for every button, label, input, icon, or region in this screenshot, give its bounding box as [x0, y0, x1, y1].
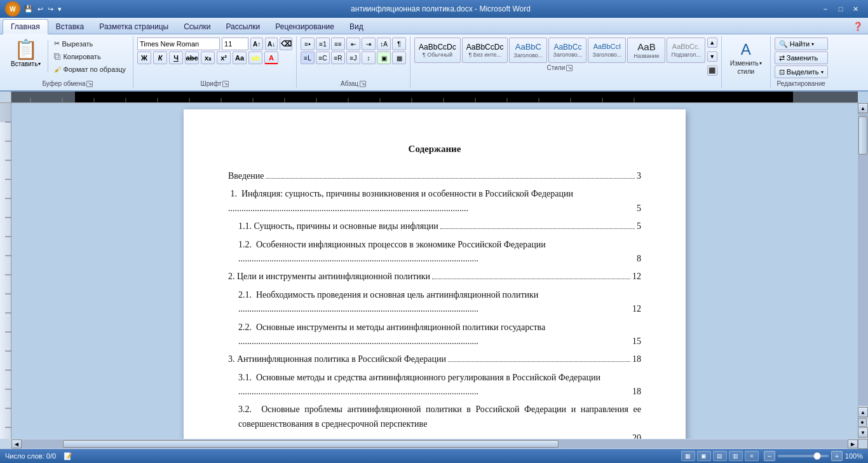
multi-list-button[interactable]: ≡≡ [331, 38, 345, 50]
bold-button[interactable]: Ж [137, 52, 151, 64]
replace-button[interactable]: ⇄ Заменить [775, 52, 828, 64]
window-controls[interactable]: − □ ✕ [818, 3, 863, 15]
word-logo[interactable]: W [5, 1, 20, 17]
toc-entry-1: 1. Инфляция: сущность, причины возникнов… [228, 187, 641, 216]
scroll-next-page[interactable]: ▼ [858, 427, 868, 438]
styles-scroll-more[interactable]: ⬛ [707, 66, 717, 76]
change-styles-button[interactable]: А Изменить ▾ стили [726, 38, 766, 78]
h-scroll-thumb[interactable] [63, 440, 559, 448]
redo-icon[interactable]: ↪ [46, 4, 55, 14]
change-styles-icon: А [741, 41, 751, 59]
zoom-level[interactable]: 100% [845, 452, 863, 460]
zoom-out-button[interactable]: − [764, 451, 775, 461]
align-justify-button[interactable]: ≡J [346, 52, 360, 64]
style-normal[interactable]: AaBbCcDc ¶ Обычный [414, 38, 461, 63]
scroll-up-button[interactable]: ▲ [858, 103, 868, 113]
borders-button[interactable]: ▦ [392, 52, 406, 64]
superscript-button[interactable]: x² [217, 52, 231, 64]
font-size-input[interactable] [222, 38, 248, 50]
font-name-input[interactable] [137, 38, 220, 50]
tab-mailings[interactable]: Рассылки [218, 20, 268, 34]
italic-button[interactable]: К [153, 52, 167, 64]
draft-view-button[interactable]: ≡ [745, 451, 759, 461]
select-button[interactable]: ⊡ Выделить ▾ [775, 66, 828, 78]
style-heading2-label: Заголово... [553, 52, 582, 58]
save-icon[interactable]: 💾 [23, 4, 34, 14]
spellcheck-icon[interactable]: 📝 [64, 452, 72, 460]
h-scroll-left[interactable]: ◀ [11, 439, 22, 448]
tab-view[interactable]: Вид [342, 20, 371, 34]
main-content: Содержание Введение 3 1. Инфляция: с [0, 92, 868, 449]
outline-view-button[interactable]: ▥ [729, 451, 743, 461]
underline-button[interactable]: Ч [169, 52, 183, 64]
highlight-button[interactable]: ab [248, 52, 262, 64]
align-right-button[interactable]: ≡R [331, 52, 345, 64]
numbering-button[interactable]: ≡1 [316, 38, 330, 50]
style-heading3[interactable]: AaBbCcI Заголово... [588, 38, 626, 63]
maximize-button[interactable]: □ [834, 3, 848, 15]
quick-access-toolbar[interactable]: 💾 ↩ ↪ ▾ [23, 4, 63, 14]
print-view-button[interactable]: ▦ [681, 451, 695, 461]
find-button[interactable]: 🔍 Найти ▾ [775, 38, 828, 50]
style-title[interactable]: АаВ Название [627, 38, 665, 63]
copy-button[interactable]: ⿻ Копировать [51, 51, 129, 62]
indent-decrease-button[interactable]: ⇤ [346, 38, 360, 50]
ribbon-help-icon[interactable]: ❓ [850, 19, 865, 34]
scrollbar-top-placeholder [858, 92, 868, 103]
tab-insert[interactable]: Вставка [48, 20, 92, 34]
paragraph-expand-icon[interactable]: ↘ [360, 81, 366, 87]
fullscreen-button[interactable]: ▣ [697, 451, 711, 461]
quick-access-arrow[interactable]: ▾ [57, 4, 63, 14]
ruler-top [0, 92, 868, 103]
decrease-font-btn[interactable]: A↓ [265, 38, 278, 50]
tab-review[interactable]: Рецензирование [268, 20, 342, 34]
subscript-button[interactable]: x₂ [201, 52, 215, 64]
paragraph-content: ≡• ≡1 ≡≡ ⇤ ⇥ ↕A ¶ ≡L ≡C ≡R ≡J ↕ ▣ ▦ [301, 38, 406, 79]
toc-3-dots [448, 361, 630, 362]
style-no-spacing[interactable]: AaBbCcDc ¶ Без инте... [462, 38, 508, 63]
zoom-in-button[interactable]: + [831, 451, 843, 461]
font-expand-icon[interactable]: ↘ [222, 81, 229, 87]
bullets-button[interactable]: ≡• [301, 38, 315, 50]
styles-scroll-up[interactable]: ▲ [707, 38, 717, 48]
style-subtitle[interactable]: AaBbCc. Подзагол... [667, 38, 705, 63]
undo-icon[interactable]: ↩ [36, 4, 44, 14]
h-scroll-track[interactable]: ◀ ▶ [11, 439, 858, 449]
line-spacing-button[interactable]: ↕ [362, 52, 376, 64]
show-marks-button[interactable]: ¶ [392, 38, 406, 50]
scroll-thumb[interactable] [858, 116, 867, 155]
font-case-button[interactable]: Аа [233, 52, 247, 64]
cut-button[interactable]: ✂ Вырезать [51, 38, 129, 50]
clipboard-expand-icon[interactable]: ↘ [86, 81, 93, 87]
zoom-slider[interactable] [778, 455, 829, 457]
indent-increase-button[interactable]: ⇥ [362, 38, 376, 50]
clear-format-btn[interactable]: ⌫ [280, 38, 292, 50]
document-page[interactable]: Содержание Введение 3 1. Инфляция: с [184, 109, 686, 439]
paste-button[interactable]: 📋 Вставить ▾ [6, 38, 45, 75]
format-paint-button[interactable]: 🖌 Формат по образцу [51, 64, 129, 75]
scroll-prev-page[interactable]: ▲ [858, 407, 868, 417]
h-scroll-right[interactable]: ▶ [848, 439, 858, 448]
scroll-track[interactable] [858, 113, 868, 406]
vertical-scrollbar[interactable]: ▲ ▲ ● ▼ [858, 103, 868, 439]
increase-font-btn[interactable]: A↑ [250, 38, 263, 50]
close-button[interactable]: ✕ [849, 3, 863, 15]
minimize-button[interactable]: − [818, 3, 832, 15]
word-count: Число слов: 0/0 [5, 452, 56, 460]
web-view-button[interactable]: ▤ [713, 451, 727, 461]
styles-scroll-down[interactable]: ▼ [707, 52, 717, 62]
styles-expand-icon[interactable]: ↘ [566, 65, 573, 71]
font-color-button[interactable]: А [264, 52, 278, 64]
strikethrough-button[interactable]: abc [185, 52, 199, 64]
toc-2-2-dots-line: ........................................… [238, 335, 641, 349]
align-center-button[interactable]: ≡C [316, 52, 330, 64]
align-left-button[interactable]: ≡L [301, 52, 315, 64]
shading-button[interactable]: ▣ [377, 52, 391, 64]
tab-references[interactable]: Ссылки [176, 20, 218, 34]
style-heading1[interactable]: AaBbC Заголово... [509, 38, 547, 63]
tab-layout[interactable]: Разметка страницы [92, 20, 176, 34]
style-heading2[interactable]: AaBbCc Заголово... [548, 38, 587, 63]
tab-home[interactable]: Главная [3, 19, 48, 34]
scroll-select-object[interactable]: ● [858, 418, 867, 427]
sort-button[interactable]: ↕A [377, 38, 391, 50]
